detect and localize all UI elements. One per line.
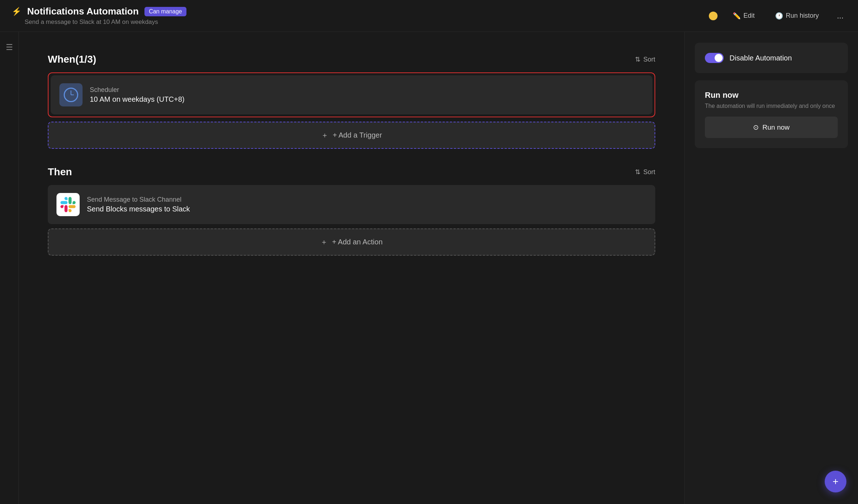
edit-icon: ✏️	[733, 12, 741, 20]
add-action-button[interactable]: ＋ + Add an Action	[48, 228, 655, 256]
can-manage-badge: Can manage	[144, 7, 186, 16]
toggle-knob	[715, 54, 723, 62]
fab-button[interactable]: +	[825, 471, 846, 492]
run-now-button[interactable]: ⊙ Run now	[705, 117, 838, 138]
status-dot	[709, 12, 718, 20]
scheduler-icon	[59, 83, 83, 106]
when-sort-label: Sort	[643, 56, 655, 63]
right-panel: Disable Automation Run now The automatio…	[684, 32, 858, 504]
then-section: Then ⇅ Sort Send Message to Slack Channe…	[48, 166, 655, 256]
add-trigger-label: + Add a Trigger	[333, 131, 382, 139]
trigger-card-wrapper: Scheduler 10 AM on weekdays (UTC+8)	[48, 72, 655, 117]
run-history-label: Run history	[786, 12, 819, 20]
header: ⚡ Notifications Automation Can manage Se…	[0, 0, 858, 32]
run-now-desc: The automation will run immediately and …	[705, 103, 838, 109]
slack-action-title: Send Message to Slack Channel	[87, 196, 190, 203]
add-action-label: + Add an Action	[332, 238, 383, 246]
then-sort-label: Sort	[643, 168, 655, 176]
when-title: When(1/3)	[48, 54, 96, 65]
add-trigger-plus-icon: ＋	[321, 130, 328, 140]
when-section: When(1/3) ⇅ Sort Scheduler 10 AM on week…	[48, 54, 655, 149]
clock-icon	[64, 88, 78, 102]
slack-action-content: Send Message to Slack Channel Send Block…	[87, 196, 190, 213]
when-section-header: When(1/3) ⇅ Sort	[48, 54, 655, 65]
header-subtitle: Send a message to Slack at 10 AM on week…	[25, 18, 709, 26]
header-left: ⚡ Notifications Automation Can manage Se…	[12, 6, 709, 26]
run-now-btn-label: Run now	[762, 123, 790, 131]
run-now-title: Run now	[705, 91, 838, 100]
toggle-row: Disable Automation	[705, 53, 838, 63]
then-title: Then	[48, 166, 72, 178]
menu-icon[interactable]: ☰	[2, 39, 17, 56]
run-now-card: Run now The automation will run immediat…	[695, 80, 848, 148]
scheduler-card[interactable]: Scheduler 10 AM on weekdays (UTC+8)	[51, 75, 652, 114]
run-history-button[interactable]: 🕐 Run history	[770, 9, 824, 23]
slack-action-subtitle: Send Blocks messages to Slack	[87, 205, 190, 213]
disable-label: Disable Automation	[729, 54, 792, 62]
sidebar: ☰	[0, 32, 19, 504]
disable-toggle[interactable]	[705, 53, 724, 63]
slack-icon-wrapper	[56, 193, 80, 216]
when-sort-button[interactable]: ⇅ Sort	[635, 55, 655, 63]
scheduler-card-content: Scheduler 10 AM on weekdays (UTC+8)	[90, 86, 185, 104]
then-section-header: Then ⇅ Sort	[48, 166, 655, 178]
sort-icon: ⇅	[635, 55, 640, 63]
add-trigger-button[interactable]: ＋ + Add a Trigger	[48, 122, 655, 149]
main-content: When(1/3) ⇅ Sort Scheduler 10 AM on week…	[19, 32, 684, 504]
more-button[interactable]: ...	[834, 8, 846, 24]
header-title-row: ⚡ Notifications Automation Can manage	[12, 6, 709, 17]
run-now-play-icon: ⊙	[753, 123, 759, 131]
add-action-plus-icon: ＋	[320, 237, 328, 247]
history-icon: 🕐	[775, 12, 783, 20]
header-right: ✏️ Edit 🕐 Run history ...	[709, 8, 846, 24]
scheduler-card-subtitle: 10 AM on weekdays (UTC+8)	[90, 95, 185, 104]
scheduler-card-title: Scheduler	[90, 86, 185, 94]
then-sort-button[interactable]: ⇅ Sort	[635, 168, 655, 176]
bolt-icon: ⚡	[12, 7, 21, 16]
slack-action-card[interactable]: Send Message to Slack Channel Send Block…	[48, 185, 655, 224]
page-title: Notifications Automation	[27, 6, 139, 17]
edit-label: Edit	[744, 12, 755, 20]
edit-button[interactable]: ✏️ Edit	[728, 9, 760, 23]
slack-icon	[60, 197, 76, 212]
sort-icon-2: ⇅	[635, 168, 640, 176]
disable-automation-card: Disable Automation	[695, 43, 848, 73]
